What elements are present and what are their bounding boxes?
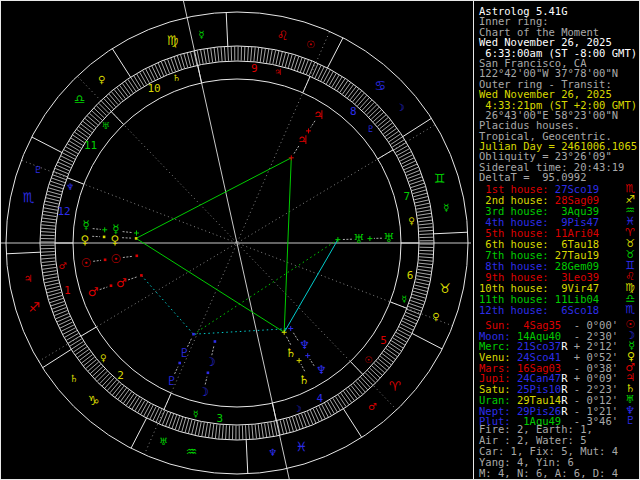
transit-uranus-icon: ♅ <box>384 231 395 245</box>
house-label: 12th house: <box>479 304 549 316</box>
wheel-line <box>67 144 79 151</box>
wheel-line <box>128 277 137 280</box>
wheel-line <box>335 77 342 89</box>
moon-degree-marker <box>214 340 217 343</box>
wheel-line <box>291 55 295 68</box>
wheel-line <box>396 332 408 339</box>
wheel-line <box>419 230 433 231</box>
transit-mercury-icon: ☿ <box>82 218 89 232</box>
wheel-line <box>413 291 427 295</box>
wheel-line <box>402 158 415 164</box>
wheel-line <box>391 341 403 348</box>
wheel-line <box>141 275 193 334</box>
wheel-line <box>195 421 198 435</box>
wheel-line <box>385 128 396 136</box>
wheel-line <box>63 328 75 335</box>
wheel-line <box>318 67 324 80</box>
wheel-line <box>188 420 192 434</box>
wheel-line <box>102 376 112 386</box>
wheel-line <box>105 378 114 388</box>
wheel-line <box>315 65 321 78</box>
wheel-line <box>373 112 384 121</box>
wheel-line <box>412 333 442 349</box>
wheel-line <box>184 54 188 68</box>
wheel-line <box>343 83 351 94</box>
wheel-line <box>191 52 194 66</box>
wheel-line <box>120 85 128 96</box>
wheel-line <box>354 384 363 395</box>
sign-sagittarius-ruler-icon: ♃ <box>24 273 33 284</box>
wheel-line <box>104 99 114 109</box>
wheel-line <box>283 420 287 434</box>
natal-sun-icon: ☉ <box>111 252 122 266</box>
wheel-line <box>365 373 375 383</box>
wheel-line <box>336 397 344 409</box>
wheel-line <box>82 355 93 364</box>
wheel-line <box>418 263 432 265</box>
wheel-line <box>81 124 92 132</box>
natal-neptune-icon: ♆ <box>299 338 310 352</box>
wheel-line <box>149 67 155 80</box>
wheel-line <box>416 207 430 210</box>
wheel-line <box>289 418 293 431</box>
wheel-line <box>348 87 357 98</box>
wheel-line <box>229 425 230 439</box>
wheel-line <box>47 194 61 198</box>
sign-scorpio-icon: ♏ <box>23 190 35 205</box>
wheel-line <box>384 351 395 359</box>
stat-line: M: 4, N: 6, A: 6, D: 4 <box>479 468 639 479</box>
wheel-line <box>316 408 322 421</box>
wheel-line <box>412 294 426 298</box>
wheel-line <box>84 357 95 366</box>
wheel-line <box>244 47 245 61</box>
wheel-line <box>43 349 72 367</box>
house-6-ruler-icon: ☿ <box>401 294 407 304</box>
wheel-line <box>265 423 267 437</box>
wheel-line <box>117 88 126 99</box>
wheel-line <box>351 386 360 397</box>
wheel-line <box>288 54 292 68</box>
planet-table: Sun: 4Sag35 - 0°00'☉Moon: 14Aqu40 - 2°30… <box>479 320 639 427</box>
pluto-degree-marker <box>192 333 195 336</box>
house-12-number: 12 <box>57 205 70 218</box>
house-9-number: 9 <box>251 62 258 75</box>
wheel-line <box>41 225 55 226</box>
wheel-line <box>419 257 433 258</box>
wheel-line <box>378 150 394 159</box>
wheel-line <box>194 329 291 335</box>
house-4-ruler-icon: ☽ <box>293 404 301 414</box>
wheel-line <box>48 191 62 195</box>
wheel-line <box>344 391 352 402</box>
header-line: DeltaT = 95.0992 <box>479 172 639 182</box>
wheel-line <box>413 190 427 194</box>
transit-sun-icon: ☉ <box>81 256 92 270</box>
wheel-line <box>43 274 57 276</box>
sign-sagittarius-icon: ♐ <box>28 300 40 315</box>
wheel-line <box>414 197 428 200</box>
wheel-line <box>131 78 139 90</box>
wheel-line <box>42 218 56 220</box>
wheel-line <box>79 127 90 135</box>
wheel-line <box>416 279 430 282</box>
sign-pisces-icon: ♓ <box>296 439 308 454</box>
wheel-line <box>419 234 433 235</box>
chart-header: Astrolog 5.41GInner ring:Chart of the Mo… <box>479 6 639 183</box>
wheel-line <box>393 338 405 345</box>
wheel-line <box>412 187 425 191</box>
wheel-line <box>138 401 145 413</box>
wheel-line <box>310 359 314 366</box>
sign-taurus-ruler-icon: ♀ <box>432 311 439 322</box>
wheel-line <box>43 215 57 217</box>
wheel-line <box>329 73 336 85</box>
wheel-line <box>255 425 256 439</box>
house-7-ruler-icon: ♀ <box>408 216 415 226</box>
moon-degree-marker <box>207 372 210 375</box>
wheel-line <box>228 47 229 61</box>
wheel-line <box>301 364 305 371</box>
info-panel: Astrolog 5.41GInner ring:Chart of the Mo… <box>479 1 639 480</box>
wheel-line <box>62 153 75 159</box>
sign-gemini-ruler-icon: ☿ <box>443 202 449 213</box>
wheel-line <box>121 390 129 401</box>
wheel-line <box>327 402 334 414</box>
wheel-line <box>368 371 378 381</box>
